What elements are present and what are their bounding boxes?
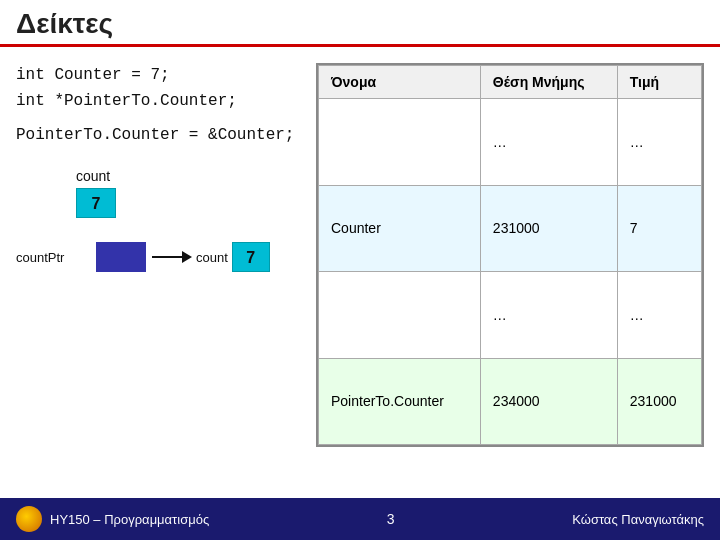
cell-value-0: … <box>617 99 701 186</box>
left-panel: int Counter = 7; int *PointerTo.Counter;… <box>16 63 316 447</box>
count-box: 7 <box>76 188 116 218</box>
cell-name-2 <box>319 272 481 359</box>
col-address-header: Θέση Μνήμης <box>480 66 617 99</box>
code-block: int Counter = 7; int *PointerTo.Counter; <box>16 63 296 114</box>
table-row: …… <box>319 272 702 359</box>
table-row: PointerTo.Counter234000231000 <box>319 358 702 445</box>
table-row: …… <box>319 99 702 186</box>
cell-name-0 <box>319 99 481 186</box>
cell-value-3: 231000 <box>617 358 701 445</box>
table-header-row: Όνομα Θέση Μνήμης Τιμή <box>319 66 702 99</box>
cell-address-0: … <box>480 99 617 186</box>
arrow-head <box>182 251 192 263</box>
cell-address-2: … <box>480 272 617 359</box>
arrow-line <box>152 256 182 258</box>
cell-address-1: 231000 <box>480 185 617 272</box>
pointer-eq-line: PointerTo.Counter = &Counter; <box>16 126 296 144</box>
memory-table-container: Όνομα Θέση Μνήμης Τιμή ……Counter2310007…… <box>316 63 704 447</box>
footer-course: ΗΥ150 – Προγραμματισμός <box>50 512 209 527</box>
ptr-box <box>96 242 146 272</box>
table-row: Counter2310007 <box>319 185 702 272</box>
main-content: int Counter = 7; int *PointerTo.Counter;… <box>0 47 720 447</box>
memory-table: Όνομα Θέση Μνήμης Τιμή ……Counter2310007…… <box>318 65 702 445</box>
count-ptr-label: countPtr <box>16 250 96 265</box>
footer-left: ΗΥ150 – Προγραμματισμός <box>16 506 209 532</box>
count-label2: count <box>196 250 228 265</box>
cell-value-2: … <box>617 272 701 359</box>
footer-icon <box>16 506 42 532</box>
col-name-header: Όνομα <box>319 66 481 99</box>
count-label: count <box>76 168 296 184</box>
cell-name-3: PointerTo.Counter <box>319 358 481 445</box>
pointer-diagram: count 7 countPtr count 7 <box>16 168 296 272</box>
footer-author: Κώστας Παναγιωτάκης <box>572 512 704 527</box>
title-bar: Δείκτες <box>0 0 720 47</box>
cell-value-1: 7 <box>617 185 701 272</box>
code-line1: int Counter = 7; <box>16 63 296 89</box>
footer: ΗΥ150 – Προγραμματισμός 3 Κώστας Παναγιω… <box>0 498 720 540</box>
col-value-header: Τιμή <box>617 66 701 99</box>
ptr-row: countPtr count 7 <box>16 242 296 272</box>
arrow <box>152 251 192 263</box>
count-box2: 7 <box>232 242 270 272</box>
page-title: Δείκτες <box>16 8 113 39</box>
cell-name-1: Counter <box>319 185 481 272</box>
code-line2: int *PointerTo.Counter; <box>16 89 296 115</box>
cell-address-3: 234000 <box>480 358 617 445</box>
footer-page: 3 <box>387 511 395 527</box>
